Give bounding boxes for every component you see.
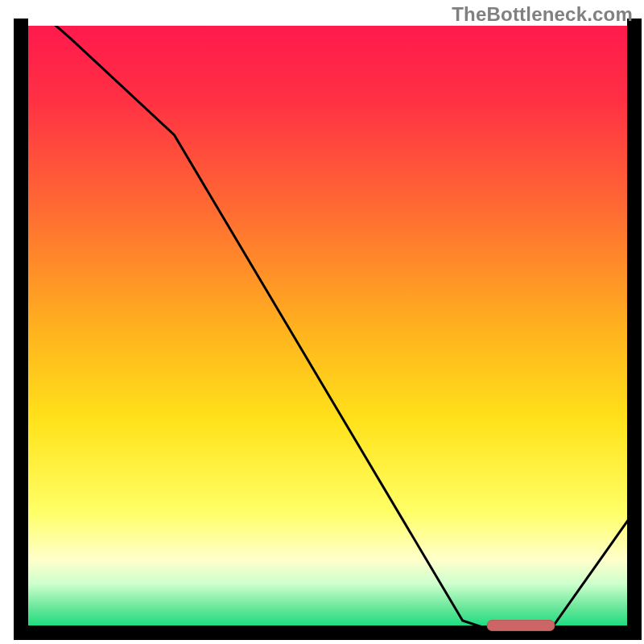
watermark-text: TheBottleneck.com	[452, 3, 633, 26]
chart-svg	[0, 0, 644, 644]
chart-stage: TheBottleneck.com	[0, 0, 644, 644]
gradient-background	[21, 26, 634, 633]
optimum-marker	[487, 621, 555, 631]
